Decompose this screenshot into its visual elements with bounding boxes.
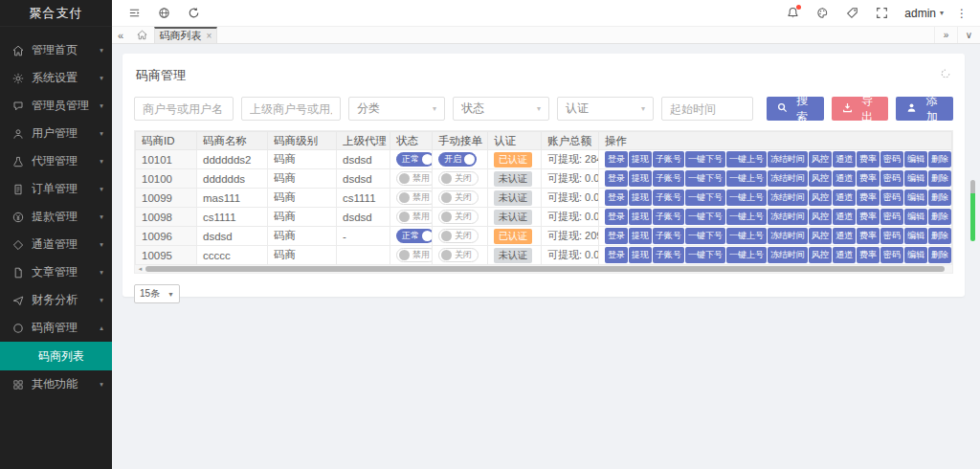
sidebar-item[interactable]: 系统设置▾ bbox=[0, 64, 112, 92]
op-edit-button[interactable]: 编辑 bbox=[904, 247, 927, 263]
vertical-scrollbar-thumb[interactable] bbox=[970, 193, 975, 241]
op-channel-button[interactable]: 通道 bbox=[833, 247, 856, 263]
sidebar-item[interactable]: 管理员管理▾ bbox=[0, 92, 112, 120]
card-refresh-icon[interactable] bbox=[940, 66, 951, 83]
fullscreen-icon[interactable] bbox=[867, 0, 897, 27]
op-delete-button[interactable]: 删除 bbox=[928, 190, 951, 206]
more-vertical-icon[interactable]: ⋮ bbox=[951, 7, 972, 20]
sidebar-item[interactable]: 订单管理▾ bbox=[0, 175, 112, 203]
op-password-button[interactable]: 密码 bbox=[880, 228, 903, 244]
op-freeze-time-button[interactable]: 冻结时间 bbox=[768, 170, 808, 187]
sidebar-subitem-merchant-list[interactable]: 码商列表 bbox=[0, 342, 112, 370]
start-time-input[interactable] bbox=[661, 97, 753, 121]
op-risk-control-button[interactable]: 风控 bbox=[809, 190, 832, 206]
page-size-select[interactable]: 15条 ▼ bbox=[134, 284, 180, 303]
op-edit-button[interactable]: 编辑 bbox=[904, 190, 927, 206]
op-edit-button[interactable]: 编辑 bbox=[904, 228, 927, 244]
sidebar-item[interactable]: 财务分析▾ bbox=[0, 286, 112, 314]
op-one-key-online-button[interactable]: 一键上号 bbox=[726, 209, 767, 225]
tag-icon[interactable] bbox=[837, 0, 867, 27]
op-subaccount-button[interactable]: 子账号 bbox=[653, 209, 684, 225]
tab-close-icon[interactable]: × bbox=[207, 31, 212, 41]
op-one-key-online-button[interactable]: 一键上号 bbox=[726, 228, 767, 244]
manual-order-toggle[interactable]: 开启 bbox=[438, 152, 477, 167]
tab-active[interactable]: 码商列表 × bbox=[154, 27, 217, 43]
op-login-button[interactable]: 登录 bbox=[605, 247, 628, 263]
horizontal-scrollbar-thumb[interactable] bbox=[145, 266, 945, 272]
sidebar-item[interactable]: 码商管理▴ bbox=[0, 314, 112, 342]
op-freeze-time-button[interactable]: 冻结时间 bbox=[768, 209, 808, 225]
status-toggle[interactable]: 禁用 bbox=[396, 171, 433, 186]
op-freeze-time-button[interactable]: 冻结时间 bbox=[768, 228, 808, 244]
op-rate-button[interactable]: 费率 bbox=[857, 151, 880, 168]
export-button[interactable]: 导出 bbox=[832, 97, 889, 121]
sidebar-item[interactable]: 提款管理▾ bbox=[0, 203, 112, 231]
op-one-key-online-button[interactable]: 一键上号 bbox=[726, 151, 767, 168]
sidebar-item[interactable]: 用户管理▾ bbox=[0, 120, 112, 147]
search-button[interactable]: 搜索 bbox=[767, 97, 824, 121]
op-one-key-offline-button[interactable]: 一键下号 bbox=[685, 170, 725, 187]
op-login-button[interactable]: 登录 bbox=[605, 209, 628, 225]
op-channel-button[interactable]: 通道 bbox=[833, 151, 856, 168]
op-login-button[interactable]: 登录 bbox=[605, 151, 628, 168]
op-withdraw-button[interactable]: 提现 bbox=[629, 247, 652, 263]
op-one-key-offline-button[interactable]: 一键下号 bbox=[685, 228, 725, 244]
op-withdraw-button[interactable]: 提现 bbox=[629, 228, 652, 244]
op-withdraw-button[interactable]: 提现 bbox=[629, 190, 652, 206]
auth-select[interactable]: 认证 ▾ bbox=[557, 97, 654, 121]
manual-order-toggle[interactable]: 关闭 bbox=[438, 190, 479, 205]
collapse-menu-icon[interactable] bbox=[120, 0, 149, 27]
op-delete-button[interactable]: 删除 bbox=[928, 247, 951, 263]
op-delete-button[interactable]: 删除 bbox=[928, 228, 951, 244]
merchant-no-input[interactable] bbox=[134, 97, 234, 121]
op-channel-button[interactable]: 通道 bbox=[833, 190, 856, 206]
op-subaccount-button[interactable]: 子账号 bbox=[653, 151, 684, 168]
op-withdraw-button[interactable]: 提现 bbox=[629, 209, 652, 225]
op-subaccount-button[interactable]: 子账号 bbox=[653, 228, 684, 244]
status-toggle[interactable]: 禁用 bbox=[396, 248, 433, 262]
home-tab-icon[interactable] bbox=[129, 27, 154, 43]
op-rate-button[interactable]: 费率 bbox=[857, 170, 880, 187]
op-withdraw-button[interactable]: 提现 bbox=[629, 151, 652, 168]
parent-merchant-input[interactable] bbox=[241, 97, 341, 121]
notification-bell-icon[interactable] bbox=[778, 0, 808, 27]
category-select[interactable]: 分类 ▾ bbox=[348, 97, 445, 121]
tabs-menu-icon[interactable]: ∨ bbox=[957, 27, 980, 43]
op-withdraw-button[interactable]: 提现 bbox=[629, 170, 652, 187]
op-delete-button[interactable]: 删除 bbox=[928, 151, 951, 168]
op-one-key-online-button[interactable]: 一键上号 bbox=[726, 170, 767, 187]
refresh-icon[interactable] bbox=[179, 0, 209, 27]
op-edit-button[interactable]: 编辑 bbox=[904, 209, 927, 225]
op-rate-button[interactable]: 费率 bbox=[857, 190, 880, 206]
op-password-button[interactable]: 密码 bbox=[880, 190, 903, 206]
op-rate-button[interactable]: 费率 bbox=[857, 228, 880, 244]
op-one-key-offline-button[interactable]: 一键下号 bbox=[685, 209, 725, 225]
manual-order-toggle[interactable]: 关闭 bbox=[438, 229, 479, 243]
op-risk-control-button[interactable]: 风控 bbox=[809, 151, 832, 168]
sidebar-item[interactable]: 文章管理▾ bbox=[0, 258, 112, 286]
op-subaccount-button[interactable]: 子账号 bbox=[653, 170, 684, 187]
op-channel-button[interactable]: 通道 bbox=[833, 228, 856, 244]
op-risk-control-button[interactable]: 风控 bbox=[809, 228, 832, 244]
op-freeze-time-button[interactable]: 冻结时间 bbox=[768, 190, 808, 206]
op-password-button[interactable]: 密码 bbox=[880, 151, 903, 168]
status-toggle[interactable]: 正常 bbox=[396, 229, 433, 243]
op-one-key-offline-button[interactable]: 一键下号 bbox=[685, 151, 725, 168]
op-login-button[interactable]: 登录 bbox=[605, 190, 628, 206]
status-select[interactable]: 状态 ▾ bbox=[453, 97, 549, 121]
sidebar-item[interactable]: 管理首页▾ bbox=[0, 36, 112, 64]
op-one-key-online-button[interactable]: 一键上号 bbox=[726, 247, 767, 263]
tabs-scroll-left-icon[interactable]: « bbox=[112, 27, 129, 43]
op-one-key-offline-button[interactable]: 一键下号 bbox=[685, 247, 725, 263]
status-toggle[interactable]: 禁用 bbox=[396, 190, 433, 205]
op-edit-button[interactable]: 编辑 bbox=[904, 170, 927, 187]
op-channel-button[interactable]: 通道 bbox=[833, 170, 856, 187]
tabs-scroll-right-icon[interactable]: » bbox=[934, 27, 957, 43]
op-one-key-offline-button[interactable]: 一键下号 bbox=[685, 190, 725, 206]
globe-icon[interactable] bbox=[149, 0, 179, 27]
add-button[interactable]: 添加 bbox=[896, 97, 953, 121]
status-toggle[interactable]: 正常 bbox=[396, 152, 433, 167]
manual-order-toggle[interactable]: 关闭 bbox=[438, 248, 479, 262]
horizontal-scrollbar[interactable]: ◂ bbox=[134, 265, 953, 274]
sidebar-item[interactable]: 代理管理▾ bbox=[0, 147, 112, 175]
